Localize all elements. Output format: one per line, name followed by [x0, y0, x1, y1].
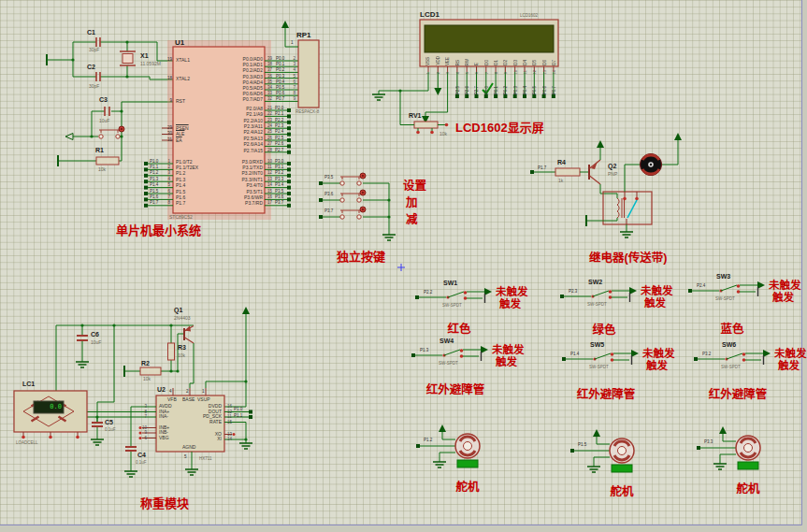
servo-caption[interactable]: 舵机	[610, 482, 633, 499]
r4-ref[interactable]: R4	[557, 159, 566, 165]
q2-value[interactable]: PNP	[608, 171, 617, 177]
c3-ref[interactable]: C3	[99, 96, 108, 103]
q1-value[interactable]: 2N4403	[174, 315, 191, 321]
r2-resistor[interactable]	[140, 367, 161, 375]
rp1-pin1-number: 1	[291, 40, 294, 45]
c2-value[interactable]: 30pF	[89, 83, 99, 89]
minus-button[interactable]	[340, 207, 366, 219]
c6-ref[interactable]: C6	[91, 331, 99, 338]
c5-ref[interactable]: C5	[105, 419, 113, 425]
key1-label[interactable]: 设置	[403, 176, 426, 194]
r3-ref[interactable]: R3	[178, 344, 186, 351]
c4-ref[interactable]: C4	[137, 452, 146, 458]
lcd-caption[interactable]: LCD1602显示屏	[455, 118, 544, 136]
c1-value[interactable]: 30pF	[89, 47, 99, 52]
r1-ref[interactable]: R1	[95, 147, 104, 153]
lc1-loadcell[interactable]	[14, 391, 87, 439]
sw-ref[interactable]: SW6	[722, 341, 736, 348]
net-label: P3.7	[275, 200, 283, 206]
key2-net: P3.6	[324, 192, 333, 196]
r2-ref[interactable]: R2	[141, 360, 150, 367]
x1-ref[interactable]: X1	[140, 52, 149, 59]
servo-caption[interactable]: 舵机	[455, 477, 479, 495]
c5-value[interactable]: 0.1uF	[105, 427, 116, 432]
relay-caption[interactable]: 继电器(传送带)	[589, 248, 667, 266]
u1-p1-net-labels: P1.0P1.1P1.2P1.3P1.4P1.5P1.6P1.7	[150, 159, 158, 207]
weighing-module-circuit[interactable]	[14, 307, 252, 477]
relay-box[interactable]	[603, 192, 652, 224]
lcd-part[interactable]: LCD1602	[520, 13, 538, 18]
servo-2[interactable]	[570, 429, 634, 472]
pin-name: XTAL1	[176, 57, 190, 63]
net-label: P1.7	[150, 200, 158, 206]
c4-value[interactable]: 0.1uF	[136, 460, 147, 465]
x1-value[interactable]: 11.0592M	[140, 61, 161, 66]
u2-part[interactable]: HX711	[199, 456, 211, 461]
sw-state-triggered: 触发	[644, 295, 666, 309]
u2-right-b-names: XOXI	[185, 432, 222, 442]
pin-name: P2.7/A15	[210, 148, 263, 153]
u2-right-a-numbers: 16121115	[227, 404, 232, 424]
pin-number: 32	[267, 96, 272, 102]
key-buttons[interactable]	[319, 173, 396, 240]
weigh-caption[interactable]: 称重模块	[140, 494, 189, 511]
lcd-ref[interactable]: LCD1	[420, 10, 440, 19]
u2-ref[interactable]: U2	[157, 386, 166, 393]
sw-ref[interactable]: SW2	[588, 279, 602, 285]
q1-ref[interactable]: Q1	[174, 307, 182, 313]
sw-part: SW-SPDT	[587, 302, 607, 307]
u1-p0-net-labels: P0.0P0.1P0.2P0.3P0.4P0.5P0.6P0.7	[276, 56, 284, 103]
key1-net: P3.5	[324, 175, 333, 180]
relay-arm[interactable]	[627, 200, 637, 218]
pin-number: 36	[267, 74, 272, 79]
sw-caption[interactable]: 红色	[447, 319, 470, 337]
sw-caption[interactable]: 红外避障管	[709, 384, 768, 402]
lc1-part[interactable]: LOADCELL	[16, 440, 38, 445]
pin-number-cell: 5	[462, 67, 471, 75]
c3-value[interactable]: 10uF	[99, 118, 109, 123]
schematic-canvas[interactable]: C1 30pF C2 30pF X1 11.0592M C3 10uF R1 1…	[0, 0, 807, 532]
sw-ref[interactable]: SW3	[716, 273, 730, 280]
sw-caption[interactable]: 蓝色	[720, 319, 743, 337]
u1-p2-net-labels: P2.0P2.1P2.2P2.3P2.4P2.5P2.6P2.7	[275, 106, 283, 153]
rp1-part[interactable]: RESPACK-8	[295, 109, 319, 114]
dc-motor[interactable]	[641, 154, 662, 176]
r3-value[interactable]: 10k	[178, 352, 185, 358]
key2-label[interactable]: 加	[406, 193, 418, 210]
rp1-ref[interactable]: RP1	[296, 31, 311, 39]
r2-value[interactable]: 10k	[143, 376, 151, 381]
u1-part[interactable]: STC89C52	[169, 214, 193, 220]
rv1-ref[interactable]: RV1	[409, 112, 422, 119]
r1-value[interactable]: 10k	[98, 166, 106, 172]
servo-1[interactable]	[416, 424, 480, 467]
net-label-cell: P2.7	[472, 76, 482, 94]
pin-name: PSEN	[176, 125, 189, 131]
reset-circuit[interactable]	[58, 102, 173, 166]
sw-caption[interactable]: 红外避障管	[577, 384, 636, 402]
servo-caption[interactable]: 舵机	[736, 479, 759, 496]
mcu-caption[interactable]: 单片机最小系统	[116, 221, 201, 238]
oscillator-circuit[interactable]	[47, 37, 173, 81]
r4-resistor[interactable]	[555, 168, 580, 176]
q2-ref[interactable]: Q2	[608, 163, 616, 169]
r4-value[interactable]: 1k	[558, 178, 563, 183]
key3-label[interactable]: 减	[406, 209, 418, 227]
c6-value[interactable]: 10uF	[91, 339, 101, 345]
c1-ref[interactable]: C1	[87, 29, 95, 36]
rv1-value[interactable]: 10k	[440, 131, 447, 137]
sw-caption[interactable]: 红外避障管	[426, 380, 485, 397]
rv1-potentiometer[interactable]	[398, 89, 448, 134]
set-button[interactable]	[340, 173, 366, 185]
c2-ref[interactable]: C2	[87, 64, 95, 70]
servo-3[interactable]	[697, 426, 760, 469]
r3-resistor[interactable]	[168, 343, 175, 360]
plus-button[interactable]	[340, 190, 366, 202]
keys-caption[interactable]: 独立按键	[337, 247, 385, 265]
sw-ref[interactable]: SW4	[440, 338, 454, 344]
sw-caption[interactable]: 绿色	[592, 320, 615, 338]
u1-ref[interactable]: U1	[175, 38, 184, 47]
relay-motor-circuit[interactable]	[530, 133, 682, 237]
sw-ref[interactable]: SW5	[590, 341, 604, 348]
sw-ref[interactable]: SW1	[443, 280, 457, 286]
lc1-ref[interactable]: LC1	[22, 381, 35, 387]
